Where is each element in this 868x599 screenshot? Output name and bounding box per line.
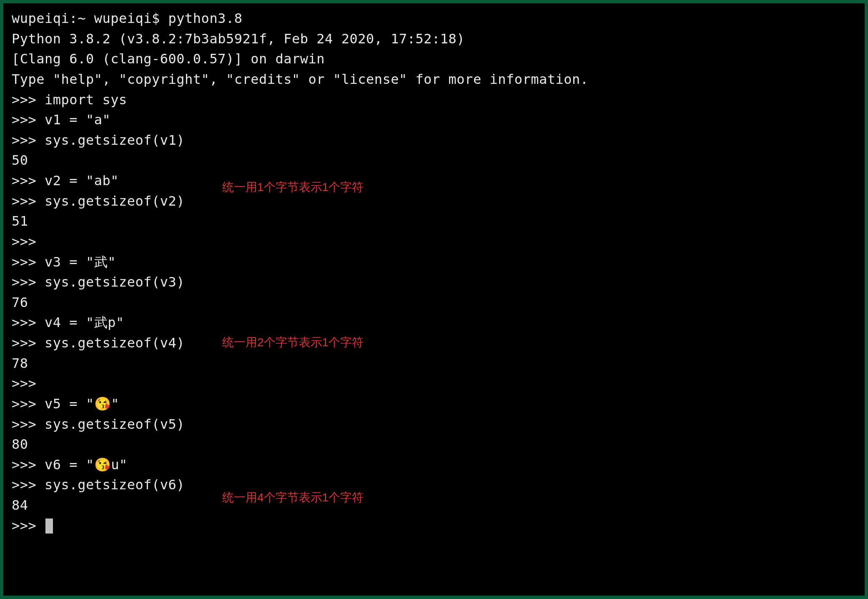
help-info-line: Type "help", "copyright", "credits" or "… (12, 69, 856, 90)
shell-prompt-line: wupeiqi:~ wupeiqi$ python3.8 (12, 8, 856, 29)
repl-line: >>> sys.getsizeof(v1) (12, 130, 856, 151)
repl-output: 76 (12, 292, 856, 313)
repl-line: >>> v2 = "ab" (12, 171, 856, 191)
repl-line: >>> import sys (12, 90, 856, 110)
repl-line: >>> v4 = "武p" (12, 312, 856, 333)
repl-output: 51 (12, 211, 856, 232)
repl-output: 50 (12, 150, 856, 171)
repl-line: >>> v6 = "😘u" (12, 455, 856, 475)
repl-line: >>> v3 = "武" (12, 252, 856, 272)
annotation-4byte: 统一用4个字节表示1个字符 (222, 489, 364, 507)
repl-line: >>> sys.getsizeof(v4) (12, 333, 856, 353)
repl-output: 84 (12, 495, 856, 516)
repl-line: >>> sys.getsizeof(v2) (12, 191, 856, 211)
annotation-1byte: 统一用1个字节表示1个字符 (222, 179, 364, 196)
compiler-info-line: [Clang 6.0 (clang-600.0.57)] on darwin (12, 49, 856, 69)
repl-line: >>> sys.getsizeof(v6) (12, 475, 856, 495)
repl-output: 80 (12, 434, 856, 455)
annotation-2byte: 统一用2个字节表示1个字符 (222, 334, 364, 352)
terminal-cursor (45, 518, 53, 534)
repl-output: 78 (12, 353, 856, 374)
repl-line: >>> sys.getsizeof(v3) (12, 272, 856, 292)
repl-line: >>> sys.getsizeof(v5) (12, 414, 856, 435)
python-version-line: Python 3.8.2 (v3.8.2:7b3ab5921f, Feb 24 … (12, 29, 856, 49)
repl-line: >>> v5 = "😘" (12, 394, 856, 414)
terminal-window[interactable]: wupeiqi:~ wupeiqi$ python3.8 Python 3.8.… (3, 3, 865, 596)
repl-cursor-line[interactable]: >>> (12, 516, 856, 536)
repl-line: >>> v1 = "a" (12, 110, 856, 130)
repl-empty-prompt: >>> (12, 373, 856, 394)
repl-prompt: >>> (12, 518, 45, 534)
repl-empty-prompt: >>> (12, 232, 856, 252)
